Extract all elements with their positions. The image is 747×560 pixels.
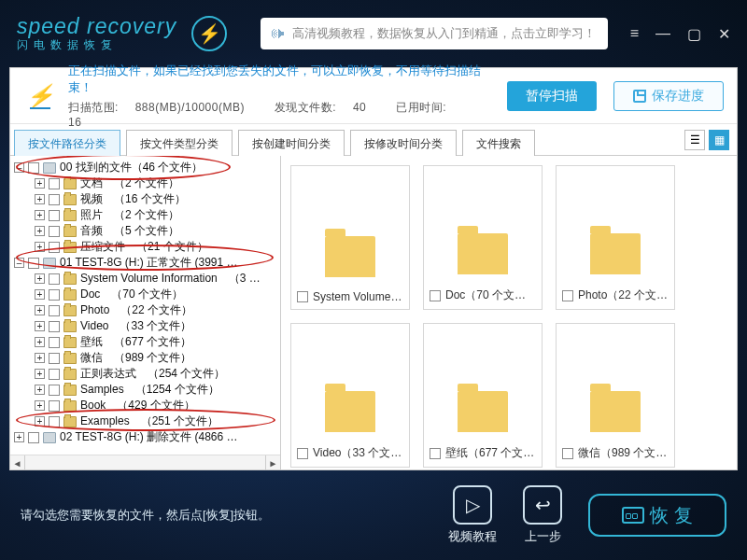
tree-pane[interactable]: –00 找到的文件（46 个文件）+文档 （2 个文件）+视频 （16 个文件）… [10,156,281,469]
folder-cell[interactable]: Video（33 个文件） [290,323,410,468]
tree-node[interactable]: –00 找到的文件（46 个文件） [14,160,280,175]
list-view-toggle[interactable]: ☰ [684,130,705,150]
cell-label: Video（33 个文件） [313,445,403,461]
checkbox[interactable] [49,369,60,380]
tree-label: 音频 （5 个文件） [80,223,179,239]
checkbox[interactable] [430,290,441,301]
folder-cell[interactable]: 微信（989 个文件） [556,323,675,468]
tip-bar[interactable]: 🕪 高清视频教程，数据恢复从入门到精通，点击立即学习！ [261,18,607,49]
tree-node[interactable]: +Video （33 个文件） [35,318,280,334]
video-tutorial-button[interactable]: ▷ 视频教程 [448,485,497,545]
tree-node[interactable]: +Samples （1254 个文件） [35,382,280,398]
checkbox[interactable] [49,242,60,253]
grid-view-toggle[interactable]: ▦ [709,130,729,150]
checkbox[interactable] [430,448,441,459]
folder-icon [325,236,375,277]
tree-node[interactable]: +文档 （2 个文件） [35,175,280,191]
tree-label: 压缩文件 （21 个文件） [80,239,208,255]
checkbox[interactable] [49,400,60,412]
collapse-icon[interactable]: + [35,305,45,315]
tree-node[interactable]: +音频 （5 个文件） [35,223,280,239]
tree-node[interactable]: +Doc （70 个文件） [35,287,280,302]
collapse-icon[interactable]: – [14,258,24,268]
checkbox[interactable] [49,337,60,348]
tree-node[interactable]: +视频 （16 个文件） [35,191,280,207]
checkbox[interactable] [49,305,60,316]
tree-node[interactable]: +壁纸 （677 个文件） [35,334,280,350]
collapse-icon[interactable]: + [35,210,45,220]
checkbox[interactable] [562,290,573,301]
tree-node[interactable]: +System Volume Information （3 个文… [35,271,280,287]
tree-horizontal-scrollbar[interactable]: ◄ ► [10,455,280,469]
collapse-icon[interactable]: + [35,369,45,379]
checkbox[interactable] [49,178,60,189]
scroll-left-icon[interactable]: ◄ [10,455,25,469]
tab-0[interactable]: 按文件路径分类 [14,130,120,156]
collapse-icon[interactable]: + [35,400,45,411]
tree-node[interactable]: +微信 （989 个文件） [35,350,280,366]
collapse-icon[interactable]: + [35,178,45,189]
save-progress-button[interactable]: 保存进度 [613,81,724,111]
checkbox[interactable] [49,210,60,221]
folder-cell[interactable]: Doc（70 个文件） [423,165,543,310]
collapse-icon[interactable]: + [35,353,45,363]
maximize-icon[interactable]: ▢ [687,25,701,43]
tab-3[interactable]: 按修改时间分类 [350,130,457,156]
collapse-icon[interactable]: + [35,385,45,395]
tree-node[interactable]: +Book （429 个文件） [35,398,280,413]
collapse-icon[interactable]: – [14,162,24,173]
menu-icon[interactable]: ≡ [630,25,639,43]
tree-label: 正则表达式 （254 个文件） [80,366,225,382]
tree-node[interactable]: +Photo （22 个文件） [35,302,280,318]
tree-node[interactable]: –01 TEST-8G (H:) 正常文件 (3991 个文件) [14,255,280,271]
checkbox[interactable] [49,385,60,396]
checkbox[interactable] [49,353,60,364]
checkbox[interactable] [49,194,60,205]
tree-node[interactable]: +02 TEST-8G (H:) 删除文件 (4866 个文件) [14,429,280,445]
checkbox[interactable] [28,162,39,174]
checkbox[interactable] [28,258,39,269]
tab-1[interactable]: 按文件类型分类 [126,130,233,156]
folder-cell[interactable]: System Volume In… [290,165,410,310]
collapse-icon[interactable]: + [35,242,45,252]
checkbox[interactable] [49,416,60,427]
collapse-icon[interactable]: + [35,416,45,427]
tab-4[interactable]: 文件搜索 [462,130,535,156]
scan-icon: ⚡ [23,79,57,113]
tree-label: Doc （70 个文件） [80,287,183,302]
collapse-icon[interactable]: + [35,337,45,347]
grid-pane[interactable]: System Volume In…Doc（70 个文件）Photo（22 个文件… [281,156,737,469]
tree-node[interactable]: +正则表达式 （254 个文件） [35,366,280,382]
tree-node[interactable]: +照片 （2 个文件） [35,207,280,223]
checkbox[interactable] [49,321,60,332]
checkbox[interactable] [49,273,60,285]
folder-cell[interactable]: Photo（22 个文件） [556,165,675,310]
recover-button[interactable]: 恢 复 [588,494,726,537]
checkbox[interactable] [562,448,573,459]
checkbox[interactable] [49,289,60,301]
checkbox[interactable] [49,226,60,237]
tree-label: Photo （22 个文件） [80,302,192,318]
collapse-icon[interactable]: + [35,226,45,236]
tree-node[interactable]: +Examples （251 个文件） [35,413,280,429]
recover-icon [622,507,644,524]
checkbox[interactable] [297,448,308,459]
checkbox[interactable] [28,432,39,443]
back-button[interactable]: ↩ 上一步 [523,485,562,545]
collapse-icon[interactable]: + [35,289,45,300]
minimize-icon[interactable]: ― [655,25,670,43]
folder-cell[interactable]: 壁纸（677 个文件） [423,323,543,468]
collapse-icon[interactable]: + [35,194,45,204]
drive-icon [43,258,56,269]
scroll-right-icon[interactable]: ► [265,455,280,469]
collapse-icon[interactable]: + [35,321,45,331]
checkbox[interactable] [297,291,308,302]
close-icon[interactable]: ✕ [718,25,730,43]
pause-scan-button[interactable]: 暂停扫描 [507,81,597,111]
collapse-icon[interactable]: + [35,273,45,284]
tabs-row: 按文件路径分类按文件类型分类按创建时间分类按修改时间分类文件搜索 ☰ ▦ [10,124,737,156]
tab-2[interactable]: 按创建时间分类 [238,130,345,156]
tree-node[interactable]: +压缩文件 （21 个文件） [35,239,280,255]
expand-icon[interactable]: + [14,432,24,442]
tip-text: 高清视频教程，数据恢复从入门到精通，点击立即学习！ [292,25,596,42]
